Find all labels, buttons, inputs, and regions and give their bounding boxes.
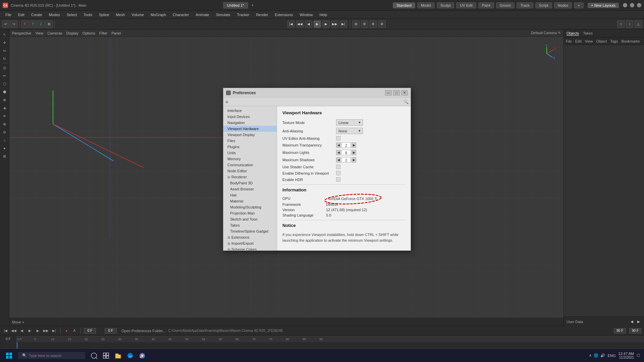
end-frame-input1[interactable] — [614, 328, 626, 334]
uv-anti-aliasing-checkbox[interactable] — [336, 136, 340, 140]
tool-y[interactable]: Y — [29, 20, 37, 28]
tool-coords[interactable]: ⊞ — [45, 20, 53, 28]
rs-nav-back[interactable]: ◀ — [629, 319, 635, 324]
menu-edit[interactable]: Edit — [15, 12, 27, 17]
rs-file[interactable]: File — [566, 39, 572, 43]
dialog-close[interactable]: ✕ — [401, 90, 408, 96]
nav-plus[interactable]: + — [574, 2, 583, 8]
dithering-checkbox[interactable] — [336, 171, 340, 175]
tool-move[interactable]: ✛ — [1, 39, 8, 46]
tool-s2[interactable]: ✏ — [1, 72, 8, 79]
nav-extensions[interactable]: ⊞ Extensions — [223, 234, 277, 240]
vp-menu-display[interactable]: Display — [66, 31, 78, 35]
tool-render3[interactable]: ⚙ — [378, 20, 386, 28]
vp-menu-view[interactable]: View — [35, 31, 43, 35]
tool-select[interactable]: ↖ — [1, 31, 8, 38]
nav-units[interactable]: Units — [223, 150, 277, 156]
tool-render[interactable]: ⚙ — [361, 20, 368, 28]
tool-s4[interactable]: ⬟ — [1, 88, 8, 96]
menu-character[interactable]: Character — [170, 12, 192, 17]
open-prefs-btn[interactable]: Open Preferences Folder... — [121, 329, 166, 333]
new-layouts-button[interactable]: + New Layouts — [588, 3, 619, 8]
dialog-hamburger[interactable]: ≡ — [225, 99, 228, 105]
maximize-button[interactable] — [630, 3, 634, 7]
tool-s8[interactable]: ⊗ — [1, 120, 8, 128]
max-transparency-dec[interactable]: ◀ — [336, 142, 341, 148]
taskbar-chrome[interactable] — [138, 351, 147, 360]
tool-scale[interactable]: ⇔ — [1, 47, 8, 54]
nav-paint[interactable]: Paint — [478, 2, 494, 8]
taskbar-file-explorer[interactable] — [113, 351, 123, 360]
tool-prev-key[interactable]: ◀◀ — [296, 20, 304, 28]
nav-uvedit[interactable]: UV Edit — [456, 2, 476, 8]
nav-timeline-spline[interactable]: Timeline/Spline Gadget — [223, 228, 277, 234]
max-shadows-inc[interactable]: ▶ — [352, 157, 356, 163]
nav-import-export[interactable]: ⊞ Import/Export — [223, 240, 277, 246]
tool-obj3[interactable]: △ — [635, 20, 642, 28]
rs-object[interactable]: Object — [596, 39, 607, 43]
tool-next-frame[interactable]: ▶ — [322, 20, 330, 28]
tl-auto[interactable]: A — [71, 328, 77, 334]
nav-sketch-toon[interactable]: Sketch and Toon — [223, 216, 277, 222]
nav-script[interactable]: Script — [535, 2, 552, 8]
tool-grid[interactable]: ⊞ — [352, 20, 360, 28]
nav-communication[interactable]: Communication — [223, 162, 277, 168]
menu-mesh[interactable]: Mesh — [113, 12, 128, 17]
max-transparency-inc[interactable]: ▶ — [352, 142, 356, 148]
menu-spline[interactable]: Spline — [96, 12, 112, 17]
hdr-checkbox[interactable] — [336, 177, 340, 182]
tool-s9[interactable]: ⊘ — [1, 128, 8, 136]
tool-next-key[interactable]: ▶▶ — [331, 20, 338, 28]
vp-menu-options[interactable]: Options — [83, 31, 95, 35]
dialog-minimize[interactable]: — — [385, 90, 392, 96]
tl-start[interactable]: |◀ — [3, 328, 9, 334]
rs-view[interactable]: View — [585, 39, 593, 43]
menu-window[interactable]: Window — [297, 12, 315, 17]
menu-volume[interactable]: Volume — [129, 12, 147, 17]
preferences-dialog[interactable]: Preferences — □ ✕ ≡ 🔍 Interface Input De… — [223, 88, 411, 251]
dialog-maximize[interactable]: □ — [393, 90, 400, 96]
tool-obj2[interactable]: ○ — [626, 20, 633, 28]
nav-model[interactable]: Model — [417, 2, 435, 8]
texture-mode-select[interactable]: Linear ▾ — [336, 119, 363, 126]
menu-create[interactable]: Create — [29, 12, 45, 17]
nav-track[interactable]: Track — [517, 2, 533, 8]
tool-render2[interactable]: ⚙ — [370, 20, 377, 28]
nav-asset-browser[interactable]: Asset Browser — [223, 186, 277, 192]
start-button[interactable] — [4, 351, 14, 361]
tool-s1[interactable]: ◎ — [1, 64, 8, 71]
tool-obj1[interactable]: □ — [617, 20, 625, 28]
tl-next-key[interactable]: ▶▶ — [43, 328, 49, 334]
tool-s3[interactable]: ⬡ — [1, 80, 8, 87]
menu-tracker[interactable]: Tracker — [234, 12, 252, 17]
nav-modeling-sculpting[interactable]: Modeling/Sculpting — [223, 204, 277, 210]
max-shadows-dec[interactable]: ◀ — [336, 157, 341, 163]
taskbar-edge[interactable] — [125, 351, 135, 360]
tool-play-back[interactable]: |◀ — [287, 20, 295, 28]
tool-s5[interactable]: ⊕ — [1, 96, 8, 104]
menu-modes[interactable]: Modes — [46, 12, 63, 17]
tool-prev-frame[interactable]: ◀ — [305, 20, 312, 28]
nav-plugins[interactable]: Plugins — [223, 144, 277, 150]
rs-tab-takes[interactable]: Takes — [583, 31, 593, 36]
nav-files[interactable]: Files — [223, 138, 277, 144]
tray-volume[interactable]: 🔊 — [600, 353, 605, 358]
rs-tab-objects[interactable]: Objects — [567, 31, 579, 36]
frame-input2[interactable] — [105, 328, 117, 334]
tl-play[interactable]: ▶ — [27, 328, 33, 334]
tool-z[interactable]: Z — [37, 20, 45, 28]
rs-bookmarks[interactable]: Bookmarks — [621, 39, 640, 43]
anti-aliasing-select[interactable]: None ▾ — [336, 128, 363, 134]
tool-rotate[interactable]: ↻ — [1, 55, 8, 62]
menu-help[interactable]: Help — [317, 12, 330, 17]
rs-tags[interactable]: Tags — [610, 39, 618, 43]
tool-play[interactable]: ▶ — [314, 20, 321, 28]
vp-menu-cameras[interactable]: Cameras — [47, 31, 62, 35]
nav-node-editor[interactable]: Node Editor — [223, 168, 277, 174]
tool-s7[interactable]: ✒ — [1, 112, 8, 120]
tool-s11[interactable]: ♦ — [1, 144, 8, 152]
nav-input-devices[interactable]: Input Devices — [223, 114, 277, 120]
tab-untitled1[interactable]: Untitled 1* — [223, 2, 248, 9]
minimize-button[interactable] — [623, 3, 627, 7]
taskbar-task-view[interactable] — [101, 351, 111, 360]
